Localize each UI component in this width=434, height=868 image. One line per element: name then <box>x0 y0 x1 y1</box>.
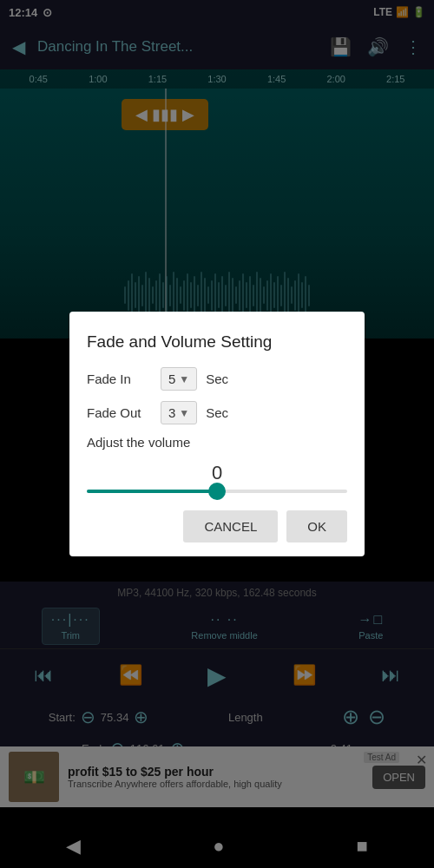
fade-volume-modal: Fade and Volume Setting Fade In 5 ▼ Sec … <box>69 312 365 556</box>
modal-title: Fade and Volume Setting <box>87 332 347 352</box>
fade-out-label: Fade Out <box>87 405 152 420</box>
volume-value: 0 <box>87 462 347 484</box>
fade-in-row: Fade In 5 ▼ Sec <box>87 367 347 391</box>
fade-in-select[interactable]: 5 ▼ <box>161 367 197 391</box>
adjust-volume-label: Adjust the volume <box>87 435 347 450</box>
ok-button[interactable]: OK <box>286 510 347 542</box>
fade-out-value: 3 <box>168 405 175 420</box>
fade-in-value: 5 <box>168 372 175 386</box>
fade-in-arrow-icon: ▼ <box>179 373 189 385</box>
fade-out-unit: Sec <box>206 405 228 420</box>
fade-out-arrow-icon: ▼ <box>179 407 189 419</box>
volume-slider-thumb[interactable] <box>208 483 226 500</box>
cancel-button[interactable]: CANCEL <box>183 510 278 542</box>
volume-slider-track[interactable] <box>87 490 347 493</box>
fade-in-unit: Sec <box>206 372 228 386</box>
modal-buttons: CANCEL OK <box>87 510 347 542</box>
fade-out-select[interactable]: 3 ▼ <box>161 401 197 424</box>
volume-slider-fill <box>87 490 217 493</box>
fade-out-row: Fade Out 3 ▼ Sec <box>87 401 347 424</box>
modal-overlay: Fade and Volume Setting Fade In 5 ▼ Sec … <box>0 0 434 868</box>
fade-in-label: Fade In <box>87 372 152 386</box>
